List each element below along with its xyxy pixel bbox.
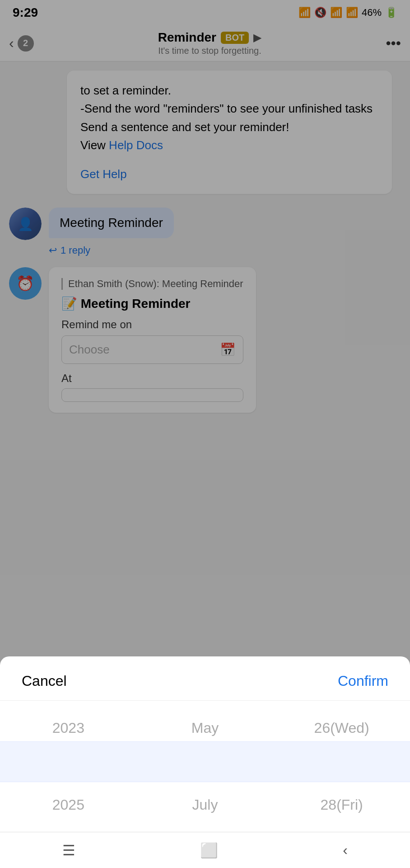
- nav-bar: ☰ ⬜ ‹: [0, 832, 410, 868]
- month-item-may[interactable]: May: [146, 710, 264, 746]
- nav-menu-icon[interactable]: ☰: [62, 842, 75, 859]
- picker-columns-wrapper: 2023 2024 2025 May June July 26(Wed) 27(…: [0, 701, 410, 823]
- day-item-26[interactable]: 26(Wed): [283, 710, 401, 746]
- year-item-2023[interactable]: 2023: [9, 710, 127, 746]
- picker-columns: 2023 2024 2025 May June July 26(Wed) 27(…: [0, 701, 410, 823]
- nav-back-icon[interactable]: ‹: [343, 842, 348, 859]
- date-picker-sheet: Cancel Confirm 2023 2024 2025 May June J…: [0, 656, 410, 832]
- picker-cancel-button[interactable]: Cancel: [22, 673, 67, 689]
- month-column: May June July: [146, 710, 264, 823]
- picker-confirm-button[interactable]: Confirm: [338, 673, 388, 689]
- month-item-june[interactable]: June: [146, 746, 264, 787]
- day-item-27[interactable]: 27(Thu): [283, 746, 401, 787]
- year-item-2025[interactable]: 2025: [9, 787, 127, 823]
- picker-header: Cancel Confirm: [0, 656, 410, 701]
- day-item-28[interactable]: 28(Fri): [283, 787, 401, 823]
- month-item-july[interactable]: July: [146, 787, 264, 823]
- nav-home-icon[interactable]: ⬜: [200, 842, 218, 859]
- year-column: 2023 2024 2025: [9, 710, 127, 823]
- year-item-2024[interactable]: 2024: [9, 746, 127, 787]
- day-column: 26(Wed) 27(Thu) 28(Fri): [283, 710, 401, 823]
